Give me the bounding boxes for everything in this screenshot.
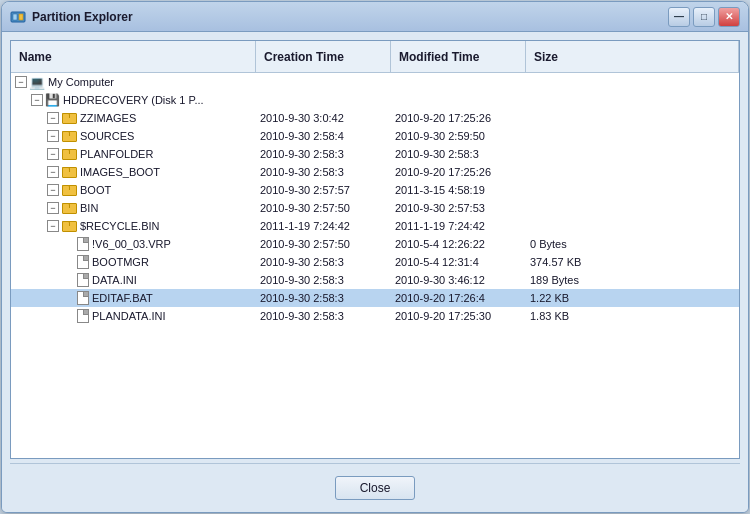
folder-icon: [61, 201, 77, 215]
row-size: 1.83 KB: [526, 309, 739, 323]
folder-icon: [61, 183, 77, 197]
tree-row[interactable]: −ZZIMAGES2010-9-30 3:0:422010-9-20 17:25…: [11, 109, 739, 127]
row-size: [526, 81, 739, 83]
row-size: 0 Bytes: [526, 237, 739, 251]
tree-row[interactable]: −$RECYCLE.BIN2011-1-19 7:24:422011-1-19 …: [11, 217, 739, 235]
row-creation: [256, 99, 391, 101]
row-size: 1.22 KB: [526, 291, 739, 305]
folder-icon: [61, 147, 77, 161]
row-label: DATA.INI: [92, 274, 137, 286]
folder-icon: [61, 219, 77, 233]
row-modified: [391, 99, 526, 101]
row-size: [526, 171, 739, 173]
row-label: EDITAF.BAT: [92, 292, 153, 304]
drive-icon: 💾: [45, 93, 60, 107]
col-header-size[interactable]: Size: [526, 41, 739, 72]
expand-icon[interactable]: −: [15, 76, 27, 88]
row-creation: [256, 81, 391, 83]
row-modified: 2010-9-30 2:58:3: [391, 147, 526, 161]
row-creation: 2010-9-30 2:57:57: [256, 183, 391, 197]
expand-icon[interactable]: −: [31, 94, 43, 106]
close-dialog-button[interactable]: Close: [335, 476, 415, 500]
tree-row[interactable]: −💾HDDRECOVERY (Disk 1 P...: [11, 91, 739, 109]
bottom-bar: Close: [10, 468, 740, 504]
row-label: PLANFOLDER: [80, 148, 153, 160]
row-label: BOOT: [80, 184, 111, 196]
row-size: 374.57 KB: [526, 255, 739, 269]
expand-icon[interactable]: −: [47, 220, 59, 232]
document-icon: [77, 309, 89, 323]
col-header-name[interactable]: Name: [11, 41, 256, 72]
row-modified: 2010-9-20 17:25:26: [391, 165, 526, 179]
tree-row[interactable]: −IMAGES_BOOT2010-9-30 2:58:32010-9-20 17…: [11, 163, 739, 181]
row-creation: 2010-9-30 2:58:3: [256, 273, 391, 287]
expand-icon[interactable]: −: [47, 202, 59, 214]
tree-row[interactable]: −PLANFOLDER2010-9-30 2:58:32010-9-30 2:5…: [11, 145, 739, 163]
tree-row[interactable]: −SOURCES2010-9-30 2:58:42010-9-30 2:59:5…: [11, 127, 739, 145]
row-size: [526, 189, 739, 191]
column-headers: Name Creation Time Modified Time Size: [11, 41, 739, 73]
row-size: [526, 99, 739, 101]
row-label: HDDRECOVERY (Disk 1 P...: [63, 94, 204, 106]
minimize-button[interactable]: —: [668, 7, 690, 27]
row-modified: 2010-9-30 2:57:53: [391, 201, 526, 215]
expand-icon[interactable]: −: [47, 112, 59, 124]
row-label: $RECYCLE.BIN: [80, 220, 159, 232]
folder-icon: [61, 165, 77, 179]
tree-row[interactable]: −💻My Computer: [11, 73, 739, 91]
expand-icon[interactable]: −: [47, 166, 59, 178]
content-area: Name Creation Time Modified Time Size −💻…: [2, 32, 748, 512]
row-label: My Computer: [48, 76, 114, 88]
row-label: BOOTMGR: [92, 256, 149, 268]
row-creation: 2010-9-30 2:58:3: [256, 309, 391, 323]
window-controls: — □ ✕: [668, 7, 740, 27]
file-tree-container: Name Creation Time Modified Time Size −💻…: [10, 40, 740, 459]
row-modified: 2010-9-20 17:25:26: [391, 111, 526, 125]
tree-row[interactable]: DATA.INI2010-9-30 2:58:32010-9-30 3:46:1…: [11, 271, 739, 289]
document-icon: [77, 237, 89, 251]
row-size: [526, 225, 739, 227]
maximize-button[interactable]: □: [693, 7, 715, 27]
row-label: IMAGES_BOOT: [80, 166, 160, 178]
tree-row[interactable]: !V6_00_03.VRP2010-9-30 2:57:502010-5-4 1…: [11, 235, 739, 253]
row-creation: 2010-9-30 2:58:3: [256, 165, 391, 179]
app-icon: [10, 9, 26, 25]
row-creation: 2010-9-30 2:57:50: [256, 201, 391, 215]
window-title: Partition Explorer: [32, 10, 668, 24]
tree-row[interactable]: PLANDATA.INI2010-9-30 2:58:32010-9-20 17…: [11, 307, 739, 325]
expand-icon[interactable]: −: [47, 130, 59, 142]
expand-icon[interactable]: −: [47, 148, 59, 160]
row-label: SOURCES: [80, 130, 134, 142]
document-icon: [77, 255, 89, 269]
row-size: [526, 135, 739, 137]
tree-row[interactable]: −BOOT2010-9-30 2:57:572011-3-15 4:58:19: [11, 181, 739, 199]
tree-row[interactable]: BOOTMGR2010-9-30 2:58:32010-5-4 12:31:43…: [11, 253, 739, 271]
row-label: ZZIMAGES: [80, 112, 136, 124]
row-label: !V6_00_03.VRP: [92, 238, 171, 250]
row-size: 189 Bytes: [526, 273, 739, 287]
tree-row[interactable]: −BIN2010-9-30 2:57:502010-9-30 2:57:53: [11, 199, 739, 217]
row-creation: 2010-9-30 2:58:3: [256, 291, 391, 305]
folder-icon: [61, 111, 77, 125]
expand-icon[interactable]: −: [47, 184, 59, 196]
tree-body[interactable]: −💻My Computer−💾HDDRECOVERY (Disk 1 P...−…: [11, 73, 739, 458]
row-creation: 2010-9-30 2:58:4: [256, 129, 391, 143]
separator: [10, 463, 740, 464]
close-window-button[interactable]: ✕: [718, 7, 740, 27]
main-window: Partition Explorer — □ ✕ Name Creation T…: [1, 1, 749, 513]
titlebar: Partition Explorer — □ ✕: [2, 2, 748, 32]
row-modified: 2010-5-4 12:31:4: [391, 255, 526, 269]
row-modified: 2010-5-4 12:26:22: [391, 237, 526, 251]
svg-rect-2: [19, 14, 23, 20]
row-modified: 2010-9-30 2:59:50: [391, 129, 526, 143]
document-icon: [77, 273, 89, 287]
row-creation: 2011-1-19 7:24:42: [256, 219, 391, 233]
col-header-creation[interactable]: Creation Time: [256, 41, 391, 72]
svg-rect-1: [13, 14, 17, 20]
folder-icon: [61, 129, 77, 143]
row-modified: 2010-9-20 17:26:4: [391, 291, 526, 305]
tree-row[interactable]: EDITAF.BAT2010-9-30 2:58:32010-9-20 17:2…: [11, 289, 739, 307]
row-size: [526, 117, 739, 119]
row-creation: 2010-9-30 3:0:42: [256, 111, 391, 125]
col-header-modified[interactable]: Modified Time: [391, 41, 526, 72]
